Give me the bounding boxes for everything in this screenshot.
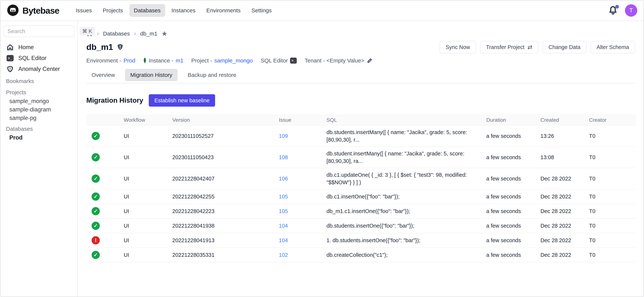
table-row: ✓ UI 20230111050423 108 db.student.inser… (86, 147, 636, 168)
col-duration: Duration (486, 115, 540, 126)
table-row: ✓ UI 20221228042223 105 db_m1.c1.insertO… (86, 204, 636, 218)
table-row: ✓ UI 20221228041938 104 db.students.inse… (86, 218, 636, 233)
establish-baseline-button[interactable]: Establish new baseline (149, 94, 215, 107)
sidebar-project-sample-diagram[interactable]: sample-diagram (0, 105, 77, 114)
sync-now-label: Sync Now (446, 44, 470, 50)
status-cell: ✓ (86, 126, 124, 147)
issue-link[interactable]: 105 (279, 194, 288, 200)
issue-link[interactable]: 108 (279, 154, 288, 160)
table-row: ✓ UI 20221228042407 106 db.c1.updateOne(… (86, 168, 636, 189)
issue-link[interactable]: 109 (279, 133, 288, 139)
created-cell: Dec 28 2022 (540, 204, 589, 218)
issue-cell: 102 (279, 248, 326, 262)
status-cell: ✓ (86, 218, 124, 233)
nav-instances[interactable]: Instances (167, 4, 200, 17)
issue-link[interactable]: 104 (279, 237, 288, 243)
workflow-cell: UI (124, 204, 172, 218)
workflow-cell: UI (124, 168, 172, 189)
change-data-button[interactable]: Change Data (542, 41, 586, 53)
col-version: Version (172, 115, 279, 126)
sql-cell: db.students.insertOne({"foo": "bar"}); (326, 218, 486, 233)
page-title: db_m1 (86, 42, 113, 52)
transfer-project-button[interactable]: Transfer Project ⇄ (480, 41, 538, 53)
environment-link[interactable]: Prod (124, 57, 135, 64)
sidebar-project-sample-pg[interactable]: sample-pg (0, 114, 77, 122)
status-icon: ! (92, 236, 100, 244)
page-actions: Sync Now Transfer Project ⇄ Change Data … (440, 41, 635, 53)
tab-overview[interactable]: Overview (86, 69, 120, 81)
project-link[interactable]: sample_mongo (214, 57, 253, 64)
search-input[interactable] (8, 28, 80, 35)
sidebar-item-label: Anomaly Center (18, 66, 60, 72)
creator-cell: T0 (589, 204, 636, 218)
environment-label: Environment - (86, 57, 121, 64)
issue-link[interactable]: 102 (279, 252, 288, 258)
breadcrumb-databases[interactable]: Databases (103, 31, 130, 37)
version-cell: 20221228035331 (172, 248, 279, 262)
nav-settings[interactable]: Settings (247, 4, 276, 17)
workflow-cell: UI (124, 126, 172, 147)
project-label: Project - (191, 57, 212, 64)
pencil-edit-icon[interactable] (367, 58, 373, 64)
migration-table-body: ✓ UI 20230111052527 109 db.students.inse… (86, 126, 636, 262)
sidebar-item-anomaly-center[interactable]: Anomaly Center (0, 64, 77, 74)
issue-link[interactable]: 106 (279, 176, 288, 182)
sync-now-button[interactable]: Sync Now (440, 41, 476, 53)
created-cell: Dec 28 2022 (540, 168, 589, 189)
col-created: Created (540, 115, 589, 126)
nav-databases[interactable]: Databases (129, 4, 165, 17)
issue-link[interactable]: 105 (279, 208, 288, 214)
user-avatar[interactable]: T (625, 4, 637, 17)
mongodb-leaf-icon (143, 57, 146, 64)
nav-issues[interactable]: Issues (71, 4, 96, 17)
issue-link[interactable]: 104 (279, 223, 288, 229)
sql-editor-label: SQL Editor (260, 57, 288, 64)
terminal-icon: >_ (290, 58, 297, 64)
tab-migration-history[interactable]: Migration History (125, 69, 178, 81)
sidebar-section-databases: Databases (0, 124, 77, 133)
duration-cell: a few seconds (486, 218, 540, 233)
sidebar-section-projects: Projects (0, 88, 77, 97)
created-cell: 13:26 (540, 126, 589, 147)
status-icon: ✓ (92, 153, 100, 161)
search-box[interactable]: ⌘ K (3, 26, 74, 37)
sidebar-project-sample-mongo[interactable]: sample_mongo (0, 97, 77, 105)
table-row: ✓ UI 20221228042255 105 db.c1.insertOne(… (86, 189, 636, 204)
version-cell: 20230111050423 (172, 147, 279, 168)
sidebar-item-sql-editor[interactable]: >_ SQL Editor (0, 53, 77, 64)
duration-cell: a few seconds (486, 126, 540, 147)
status-icon: ✓ (92, 207, 100, 215)
home-icon (6, 44, 14, 51)
bookmark-star-icon[interactable]: ★ (162, 30, 168, 38)
main-nav: Issues Projects Databases Instances Envi… (71, 4, 276, 17)
status-cell: ✓ (86, 204, 124, 218)
col-sql: SQL (326, 115, 486, 126)
tab-backup-restore[interactable]: Backup and restore (182, 69, 242, 81)
database-meta-row: Environment - Prod Instance - m1 Project… (86, 57, 635, 65)
table-header: Workflow Version Issue SQL Duration Crea… (86, 115, 636, 126)
created-cell: 13:08 (540, 147, 589, 168)
meta-tenant: Tenant - <Empty Value> (304, 57, 373, 64)
notifications-button[interactable] (608, 6, 618, 15)
duration-cell: a few seconds (486, 168, 540, 189)
creator-cell: T0 (589, 248, 636, 262)
creator-cell: T0 (589, 168, 636, 189)
status-icon: ✓ (92, 174, 100, 183)
breadcrumb-separator: › (97, 30, 99, 37)
instance-link[interactable]: m1 (176, 57, 184, 64)
duration-cell: a few seconds (486, 233, 540, 248)
version-cell: 20221228042223 (172, 204, 279, 218)
table-row: ! UI 20221228041913 104 1. db.students.i… (86, 233, 636, 248)
sidebar-database-prod[interactable]: Prod (0, 133, 77, 142)
sidebar-item-label: SQL Editor (18, 55, 46, 62)
sidebar: ⌘ K Home >_ SQL Editor (0, 21, 78, 297)
nav-projects[interactable]: Projects (98, 4, 128, 17)
status-icon: ✓ (92, 222, 100, 230)
meta-sql-editor[interactable]: SQL Editor >_ (260, 57, 297, 64)
sidebar-item-home[interactable]: Home (0, 42, 77, 53)
status-cell: ! (86, 233, 124, 248)
nav-environments[interactable]: Environments (202, 4, 245, 17)
breadcrumb: › Databases › db_m1 ★ (86, 29, 635, 39)
alter-schema-button[interactable]: Alter Schema (590, 41, 635, 53)
bytebase-logo[interactable]: Bytebase (7, 4, 59, 17)
